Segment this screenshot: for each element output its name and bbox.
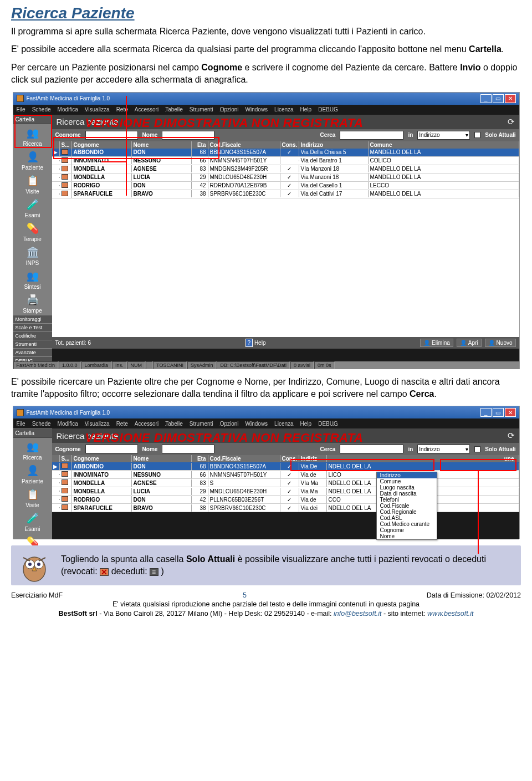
- menu-accessori[interactable]: Accessori: [135, 106, 158, 113]
- apri-button[interactable]: 👤Apri: [457, 339, 482, 347]
- sidebar-esami[interactable]: 🧪Esami: [13, 509, 52, 533]
- search-row: Cognome Nome Cerca in Indirizzo▾ ✓ Solo …: [52, 443, 519, 455]
- menu-tabelle[interactable]: Tabelle: [165, 421, 183, 427]
- sidebar-sintesi[interactable]: 👥Sintesi: [13, 267, 52, 291]
- cerca-input[interactable]: [340, 445, 403, 453]
- nome-input[interactable]: [162, 445, 214, 453]
- maximize-button[interactable]: ▭: [493, 94, 504, 103]
- table-row[interactable]: MONDELLALUCIA29MNDLCU65D48E230H✓Via Manz…: [52, 173, 519, 182]
- nuovo-button[interactable]: 👤Nuovo: [485, 339, 516, 347]
- close-button[interactable]: ✕: [505, 408, 516, 417]
- menu-help[interactable]: Help: [300, 421, 312, 427]
- dropdown-option[interactable]: Cod.ASL: [377, 515, 437, 521]
- menu-opzioni[interactable]: Opzioni: [220, 421, 239, 427]
- menu-licenza[interactable]: Licenza: [274, 421, 293, 427]
- sidebar-mini-scale-e-test[interactable]: Scale e Test: [13, 323, 52, 331]
- menu-windows[interactable]: Windows: [245, 421, 268, 427]
- refresh-icon[interactable]: ⟳: [508, 117, 515, 127]
- sidebar-ricerca[interactable]: 👥Ricerca: [13, 438, 52, 462]
- menu-bar[interactable]: FileSchedeModificaVisualizzaReteAccessor…: [13, 418, 519, 428]
- menu-schede[interactable]: Schede: [32, 421, 51, 427]
- menu-debug[interactable]: DEBUG: [318, 106, 338, 113]
- dropdown-option[interactable]: Nome: [377, 533, 437, 539]
- sidebar-paziente[interactable]: 👤Paziente: [13, 148, 52, 172]
- table-row[interactable]: SPARAFUCILEBRAVO38SPRBRV66C10E230C✓Via d…: [52, 190, 519, 198]
- maximize-button[interactable]: ▭: [493, 408, 504, 417]
- menu-modifica[interactable]: Modifica: [58, 421, 78, 427]
- sidebar-terapie[interactable]: 💊Terapie: [13, 220, 52, 243]
- dropdown-option[interactable]: Comune: [377, 478, 437, 484]
- dropdown-option[interactable]: Indirizzo: [377, 472, 437, 478]
- menu-licenza[interactable]: Licenza: [274, 106, 293, 113]
- menu-bar[interactable]: FileSchedeModificaVisualizzaReteAccessor…: [13, 105, 519, 115]
- menu-visualizza[interactable]: Visualizza: [85, 106, 110, 113]
- menu-file[interactable]: File: [17, 106, 25, 113]
- solo-attuali-checkbox[interactable]: ✓: [474, 446, 480, 452]
- filter-select[interactable]: Indirizzo▾: [417, 445, 470, 453]
- menu-rete[interactable]: Rete: [116, 421, 128, 427]
- sidebar-inps[interactable]: 🏛️INPS: [13, 243, 52, 267]
- menu-file[interactable]: File: [17, 421, 25, 427]
- sidebar-mini-monitoraggi[interactable]: Monitoraggi: [13, 315, 52, 323]
- dropdown-option[interactable]: Cognome: [377, 527, 437, 533]
- close-button[interactable]: ✕: [505, 94, 516, 103]
- sidebar-esami[interactable]: 🧪Esami: [13, 196, 52, 220]
- menu-strumenti[interactable]: Strumenti: [190, 421, 213, 427]
- sidebar-ricerca[interactable]: 👥Ricerca: [13, 124, 52, 148]
- dropdown-option[interactable]: Data di nascita: [377, 491, 437, 497]
- menu-help[interactable]: Help: [300, 106, 312, 113]
- table-row[interactable]: MONDELLALUCIA29MNDLCU65D48E230H✓Via MaND…: [52, 487, 519, 496]
- sidebar-paziente[interactable]: 👤Paziente: [13, 462, 52, 486]
- sidebar-visite[interactable]: 📋Visite: [13, 172, 52, 196]
- cerca-input[interactable]: [340, 131, 403, 140]
- menu-debug[interactable]: DEBUG: [318, 421, 338, 427]
- table-row[interactable]: MONDELLAAGNESE83S✓VIa MaNDELLO DEL LA: [52, 479, 519, 487]
- sidebar-section-cartella[interactable]: Cartella: [13, 428, 52, 438]
- sidebar-mini-strumenti[interactable]: Strumenti: [13, 340, 52, 348]
- sidebar-visite[interactable]: 📋Visite: [13, 486, 52, 509]
- minimize-button[interactable]: _: [480, 408, 492, 417]
- email-link[interactable]: info@bestsoft.it: [334, 610, 381, 617]
- sidebar-mini-codifiche[interactable]: Codifiche: [13, 331, 52, 340]
- sidebar-stampe[interactable]: 🖨️Stampe: [13, 291, 52, 315]
- in-label: in: [408, 132, 413, 138]
- nome-input[interactable]: [162, 131, 214, 140]
- refresh-icon[interactable]: ⟳: [508, 431, 515, 441]
- dropdown-option[interactable]: Cod.Regionale: [377, 509, 437, 515]
- menu-strumenti[interactable]: Strumenti: [190, 106, 213, 113]
- cognome-input[interactable]: [85, 131, 138, 140]
- filter-select[interactable]: Indirizzo▾: [417, 131, 470, 140]
- patient-grid[interactable]: S...CognomeNomeEtaCod.FiscaleCons.Indiri…: [52, 141, 519, 337]
- menu-modifica[interactable]: Modifica: [58, 106, 78, 113]
- status-cell: TOSCANINI: [153, 361, 187, 369]
- menu-tabelle[interactable]: Tabelle: [165, 106, 183, 113]
- sidebar-section-cartella[interactable]: Cartella: [13, 115, 52, 124]
- table-row[interactable]: RODRIGODON42PLLNRC65B03E256T✓Via deCCO: [52, 496, 519, 504]
- dropdown-option[interactable]: Telefoni: [377, 497, 437, 503]
- site-link[interactable]: www.bestsoft.it: [427, 610, 473, 617]
- menu-opzioni[interactable]: Opzioni: [220, 106, 239, 113]
- minimize-button[interactable]: _: [480, 94, 492, 103]
- menu-accessori[interactable]: Accessori: [135, 421, 158, 427]
- table-row[interactable]: ▶ABBONDIODON68BBNDNO43S15E507A✓Via Della…: [52, 149, 519, 157]
- table-row[interactable]: MONDELLAAGNESE83MNDGNS28M49F205R✓VIa Man…: [52, 165, 519, 173]
- dropdown-option[interactable]: Cod.Medico curante: [377, 521, 437, 527]
- elimina-button[interactable]: 👤Elimina: [420, 339, 453, 347]
- solo-attuali-checkbox[interactable]: ✓: [474, 132, 480, 138]
- ricerca-icon: 👥: [26, 440, 39, 453]
- sidebar-mini-avanzate[interactable]: Avanzate: [13, 348, 52, 356]
- dropdown-option[interactable]: Luogo nascita: [377, 484, 437, 491]
- filter-dropdown[interactable]: IndirizzoComuneLuogo nascitaData di nasc…: [376, 472, 437, 540]
- table-row[interactable]: RODRIGODON42RDRDNO70A12E879B✓Via del Cas…: [52, 182, 519, 190]
- menu-windows[interactable]: Windows: [245, 106, 268, 113]
- intro-p1: Il programma si apre sulla schermata Ric…: [11, 25, 521, 38]
- dropdown-option[interactable]: Cod.Fiscale: [377, 503, 437, 509]
- help-button[interactable]: ?: [245, 339, 253, 347]
- menu-visualizza[interactable]: Visualizza: [85, 421, 110, 427]
- table-row[interactable]: SPARAFUCILEBRAVO38SPRBRV66C10E230C✓Via d…: [52, 504, 519, 512]
- cognome-input[interactable]: [85, 445, 138, 453]
- menu-schede[interactable]: Schede: [32, 106, 51, 113]
- table-row[interactable]: INNOMINATONESSUNO66NNMNSN45T07H501Y✓Via …: [52, 471, 519, 479]
- table-row[interactable]: ▶ABBONDIODON68BBNDNO43S15E507A✓Via DeNDE…: [52, 462, 519, 471]
- patient-grid[interactable]: S...CognomeNomeEtaCod.FiscaleCons.Indiri…: [52, 455, 519, 512]
